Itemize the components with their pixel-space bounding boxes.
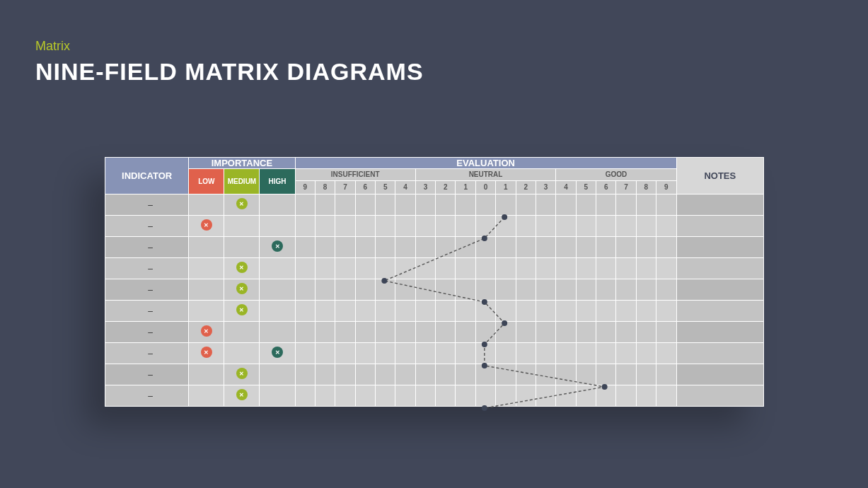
indicator-cell: – — [105, 364, 189, 385]
eval-cell — [335, 343, 355, 364]
eval-cell — [436, 343, 456, 364]
high-marker-icon — [272, 240, 283, 252]
eval-cell — [475, 343, 495, 364]
eval-cell — [315, 279, 335, 301]
importance-cell-med — [224, 343, 260, 364]
eval-cell — [355, 322, 375, 343]
eval-cell — [616, 385, 636, 407]
notes-cell — [676, 322, 763, 343]
importance-cell-low — [189, 194, 224, 216]
indicator-cell: – — [105, 322, 189, 343]
eval-cell — [295, 322, 315, 343]
eval-cell — [475, 258, 495, 279]
importance-cell-med — [224, 237, 260, 258]
med-marker-icon — [236, 262, 248, 273]
eval-cell — [456, 216, 475, 237]
matrix-table: INDICATOR IMPORTANCE EVALUATION NOTES LO… — [105, 157, 764, 407]
importance-cell-med — [224, 385, 260, 407]
eval-cell — [295, 343, 315, 364]
indicator-cell: – — [105, 194, 189, 216]
eval-cell — [395, 385, 415, 407]
eval-cell — [596, 301, 616, 322]
eval-cell — [436, 216, 456, 237]
eval-cell — [335, 279, 355, 301]
eval-cell — [596, 258, 616, 279]
eval-cell — [376, 279, 395, 301]
eval-cell — [516, 237, 536, 258]
importance-cell-high — [260, 322, 295, 343]
eval-cell — [496, 301, 516, 322]
eval-cell — [596, 279, 616, 301]
med-marker-icon — [236, 198, 248, 209]
eval-cell — [475, 216, 495, 237]
eval-cell — [596, 237, 616, 258]
scale-number: 0 — [475, 180, 495, 194]
eval-cell — [516, 385, 536, 407]
eval-cell — [536, 322, 555, 343]
eval-cell — [556, 385, 576, 407]
importance-cell-high — [260, 343, 295, 364]
eval-cell — [355, 301, 375, 322]
eval-cell — [415, 385, 435, 407]
eval-cell — [616, 216, 636, 237]
indicator-cell: – — [105, 237, 189, 258]
eval-cell — [315, 258, 335, 279]
eval-cell — [415, 322, 435, 343]
eval-cell — [395, 322, 415, 343]
eval-cell — [415, 279, 435, 301]
eval-cell — [656, 279, 677, 301]
eval-cell — [496, 385, 516, 407]
eval-cell — [315, 322, 335, 343]
eval-cell — [516, 216, 536, 237]
scale-number: 9 — [656, 180, 677, 194]
scale-number: 8 — [315, 180, 335, 194]
scale-number: 1 — [496, 180, 516, 194]
eval-cell — [576, 322, 596, 343]
eval-cell — [576, 279, 596, 301]
eval-cell — [475, 301, 495, 322]
eval-cell — [556, 194, 576, 216]
scale-number: 5 — [576, 180, 596, 194]
eval-cell — [636, 343, 656, 364]
eval-cell — [536, 216, 555, 237]
eval-cell — [536, 258, 555, 279]
eval-cell — [355, 279, 375, 301]
indicator-cell: – — [105, 258, 189, 279]
eval-cell — [576, 364, 596, 385]
eval-cell — [596, 216, 616, 237]
eval-cell — [596, 343, 616, 364]
notes-cell — [676, 385, 763, 407]
table-row: – — [105, 258, 764, 279]
eval-cell — [516, 194, 536, 216]
notes-cell — [676, 301, 763, 322]
eval-cell — [556, 301, 576, 322]
eval-cell — [395, 343, 415, 364]
eval-cell — [295, 385, 315, 407]
med-marker-icon — [236, 304, 248, 315]
importance-cell-med — [224, 279, 260, 301]
eval-cell — [436, 322, 456, 343]
importance-cell-med — [224, 364, 260, 385]
eval-cell — [596, 194, 616, 216]
eval-cell — [516, 322, 536, 343]
importance-cell-high — [260, 258, 295, 279]
eval-cell — [355, 258, 375, 279]
eval-cell — [556, 322, 576, 343]
eval-cell — [315, 216, 335, 237]
eval-cell — [315, 301, 335, 322]
col-indicator: INDICATOR — [105, 158, 189, 194]
eval-cell — [496, 343, 516, 364]
eval-cell — [496, 279, 516, 301]
eval-cell — [295, 364, 315, 385]
eval-cell — [376, 237, 395, 258]
eval-cell — [335, 301, 355, 322]
eval-cell — [395, 237, 415, 258]
eval-cell — [335, 385, 355, 407]
eval-cell — [536, 343, 555, 364]
eval-cell — [636, 322, 656, 343]
eval-cell — [436, 364, 456, 385]
eval-cell — [656, 301, 677, 322]
scale-number: 4 — [556, 180, 576, 194]
importance-cell-high — [260, 301, 295, 322]
eval-cell — [355, 216, 375, 237]
